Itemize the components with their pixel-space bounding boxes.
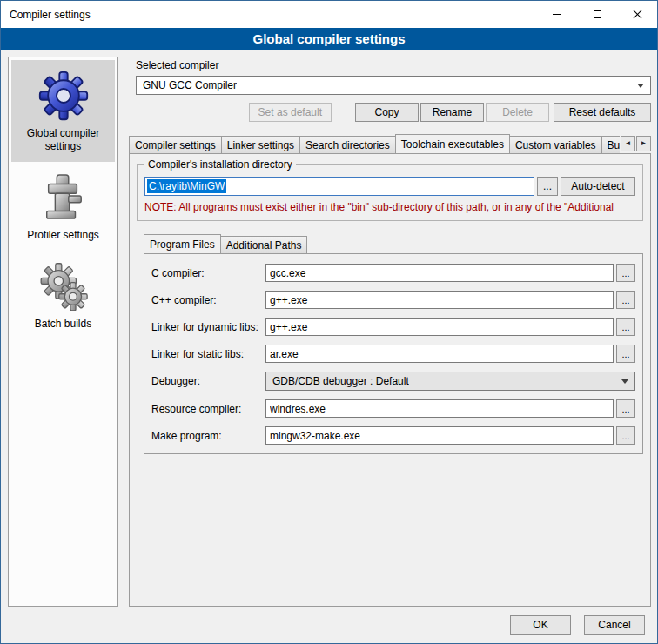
tab-custom-variables[interactable]: Custom variables — [509, 136, 602, 153]
sidebar-item-label: Profiler settings — [27, 229, 99, 242]
toolchain-executables-panel: Compiler's installation directory C:\ray… — [129, 153, 651, 607]
tab-compiler-settings[interactable]: Compiler settings — [129, 136, 222, 153]
reset-defaults-button[interactable]: Reset defaults — [554, 103, 651, 122]
static-linker-label: Linker for static libs: — [151, 348, 265, 360]
make-program-input[interactable] — [265, 426, 614, 445]
gray-gears-icon — [39, 259, 88, 313]
dialog-footer: OK Cancel — [1, 607, 657, 643]
dynamic-linker-input[interactable] — [265, 318, 614, 336]
auto-detect-button[interactable]: Auto-detect — [561, 177, 635, 196]
window-controls — [537, 1, 657, 28]
blue-gear-icon — [37, 69, 90, 123]
sidebar-item-label: Global compiler settings — [13, 127, 113, 153]
field-row-resource-compiler: Resource compiler: ... — [151, 399, 635, 418]
window-title: Compiler settings — [1, 1, 91, 28]
resource-compiler-browse-button[interactable]: ... — [616, 399, 635, 418]
cpp-compiler-label: C++ compiler: — [151, 294, 265, 306]
close-icon — [633, 10, 642, 19]
maximize-button[interactable] — [577, 1, 617, 28]
cancel-button[interactable]: Cancel — [584, 615, 645, 635]
program-files-notebook: Program Files Additional Paths C compile… — [144, 233, 643, 454]
static-linker-input[interactable] — [265, 345, 614, 363]
chevron-down-icon — [637, 84, 644, 88]
tab-linker-settings[interactable]: Linker settings — [221, 136, 300, 153]
tab-toolchain-executables[interactable]: Toolchain executables — [395, 134, 510, 153]
resource-compiler-input[interactable] — [265, 399, 614, 418]
install-dir-group-title: Compiler's installation directory — [144, 158, 296, 171]
cpp-compiler-browse-button[interactable]: ... — [616, 291, 635, 309]
titlebar[interactable]: Compiler settings — [1, 1, 657, 28]
selected-compiler-dropdown[interactable]: GNU GCC Compiler — [136, 76, 651, 95]
dynamic-linker-label: Linker for dynamic libs: — [151, 321, 265, 333]
page-title: Global compiler settings — [1, 28, 657, 50]
maximize-icon — [594, 10, 601, 18]
field-row-debugger: Debugger: GDB/CDB debugger : Default — [151, 372, 635, 391]
settings-category-list: Global compiler settings — [8, 57, 118, 607]
debugger-label: Debugger: — [151, 375, 265, 387]
field-row-c-compiler: C compiler: ... — [151, 264, 635, 282]
minimize-button[interactable] — [537, 1, 577, 28]
compiler-settings-window: Compiler settings Global compiler settin… — [0, 0, 658, 644]
profiler-tool-icon — [41, 171, 86, 225]
tab-build-options[interactable]: Build — [601, 136, 620, 153]
tab-search-directories[interactable]: Search directories — [299, 136, 396, 153]
static-linker-browse-button[interactable]: ... — [616, 345, 635, 363]
tab-additional-paths[interactable]: Additional Paths — [220, 236, 308, 253]
make-program-label: Make program: — [151, 430, 265, 442]
debugger-value: GDB/CDB debugger : Default — [272, 375, 409, 387]
install-dir-input[interactable]: C:\raylib\MinGW — [144, 177, 534, 196]
make-program-browse-button[interactable]: ... — [616, 426, 635, 445]
field-row-make-program: Make program: ... — [151, 426, 635, 445]
field-row-cpp-compiler: C++ compiler: ... — [151, 291, 635, 309]
program-files-panel: C compiler: ... C++ compiler: ... Linker… — [144, 253, 643, 454]
field-row-dynamic-linker: Linker for dynamic libs: ... — [151, 318, 635, 336]
sidebar-item-profiler-settings[interactable]: Profiler settings — [11, 162, 115, 251]
install-dir-value: C:\raylib\MinGW — [147, 179, 226, 193]
c-compiler-input[interactable] — [265, 264, 614, 282]
dynamic-linker-browse-button[interactable]: ... — [616, 318, 635, 336]
sidebar-item-global-compiler-settings[interactable]: Global compiler settings — [11, 60, 115, 162]
tab-scroll-buttons: ◄ ► — [620, 136, 651, 151]
install-dir-browse-button[interactable]: ... — [537, 177, 558, 196]
set-as-default-button[interactable]: Set as default — [249, 103, 332, 122]
install-dir-group: Compiler's installation directory C:\ray… — [137, 164, 643, 221]
c-compiler-label: C compiler: — [151, 267, 265, 279]
compiler-actions: Set as default Copy Rename Delete Reset … — [136, 103, 651, 122]
arrow-left-icon: ◄ — [625, 140, 632, 147]
settings-tabstrip: Compiler settings Linker settings Search… — [129, 133, 651, 153]
ok-button[interactable]: OK — [510, 615, 571, 635]
field-row-static-linker: Linker for static libs: ... — [151, 345, 635, 363]
delete-button[interactable]: Delete — [486, 103, 549, 122]
tab-program-files[interactable]: Program Files — [144, 234, 221, 253]
note-text: NOTE: All programs must exist either in … — [144, 201, 635, 213]
resource-compiler-label: Resource compiler: — [151, 403, 265, 415]
arrow-right-icon: ► — [641, 140, 648, 147]
cpp-compiler-input[interactable] — [265, 291, 614, 309]
debugger-dropdown[interactable]: GDB/CDB debugger : Default — [265, 372, 635, 391]
selected-compiler-label: Selected compiler — [136, 59, 651, 71]
sidebar-item-label: Batch builds — [35, 318, 91, 331]
copy-button[interactable]: Copy — [355, 103, 419, 122]
tab-scroll-left-button[interactable]: ◄ — [621, 136, 635, 151]
selected-compiler-value: GNU GCC Compiler — [143, 79, 237, 91]
minimize-icon — [553, 14, 561, 15]
sidebar-item-batch-builds[interactable]: Batch builds — [11, 251, 115, 339]
c-compiler-browse-button[interactable]: ... — [616, 264, 635, 282]
rename-button[interactable]: Rename — [420, 103, 484, 122]
chevron-down-icon — [621, 379, 628, 384]
program-files-tabstrip: Program Files Additional Paths — [144, 233, 643, 253]
close-button[interactable] — [617, 1, 657, 28]
tab-scroll-right-button[interactable]: ► — [636, 136, 651, 151]
